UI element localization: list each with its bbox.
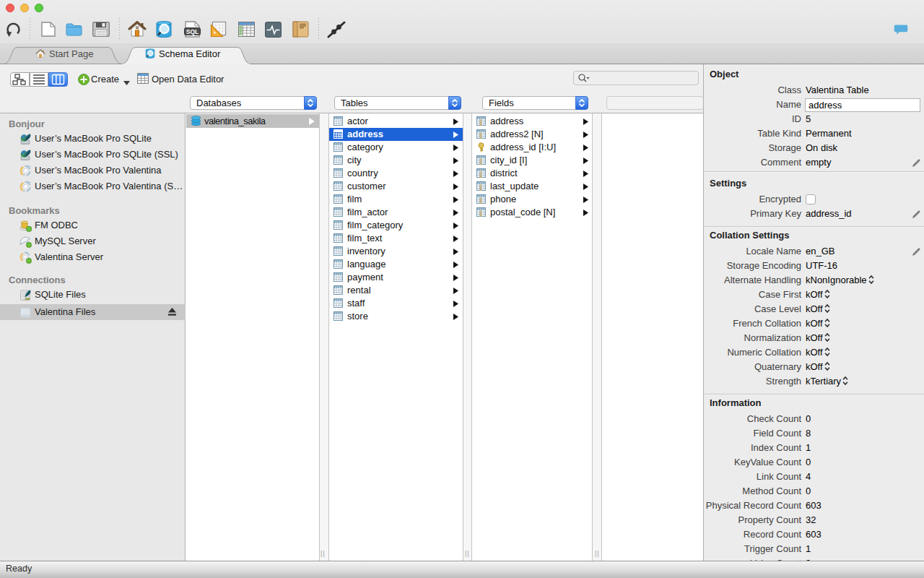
- svg-text:SQL: SQL: [186, 28, 199, 35]
